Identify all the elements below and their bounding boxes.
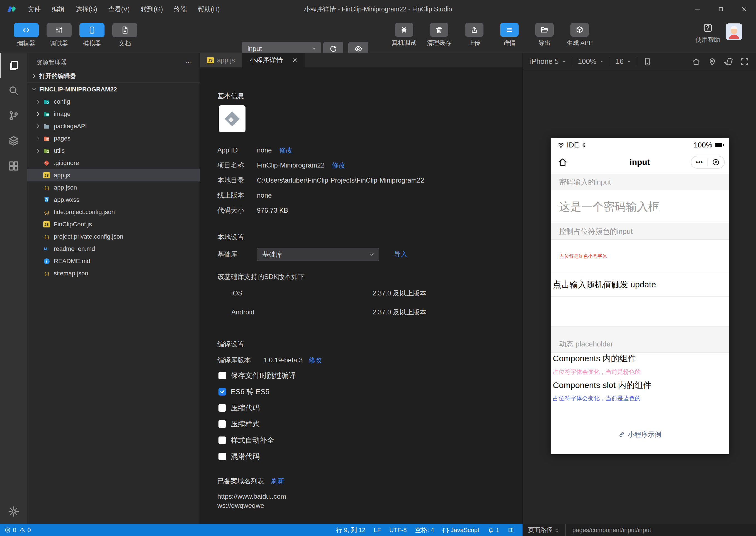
device-frame-icon[interactable] <box>643 57 652 66</box>
menu-item-4[interactable]: 转到(G) <box>141 5 163 14</box>
more-actions-icon[interactable]: ⋯ <box>185 58 193 67</box>
home-button[interactable] <box>692 57 701 66</box>
random-value-input[interactable] <box>551 297 729 327</box>
checkbox-icon[interactable] <box>218 452 226 460</box>
tree-item-utils[interactable]: utils <box>27 145 200 157</box>
device-select[interactable]: iPhone 5 <box>530 57 567 66</box>
modify-link[interactable]: 修改 <box>279 146 292 155</box>
tree-item-fide.project.config.json[interactable]: {..}fide.project.config.json <box>27 206 200 218</box>
checkbox-icon[interactable] <box>218 388 226 395</box>
mode-button-3[interactable]: 文档 <box>112 23 138 48</box>
menu-item-6[interactable]: 帮助(H) <box>198 5 220 14</box>
tree-item-pages[interactable]: pages <box>27 132 200 145</box>
blue-placeholder-input[interactable]: 占位符字体会变化，当前是蓝色的 <box>553 394 641 402</box>
cursor-position[interactable]: 行 9, 列 12 <box>336 526 365 534</box>
compile-option-2[interactable]: 压缩代码 <box>218 400 413 416</box>
baselib-select[interactable]: 基础库 <box>257 248 379 261</box>
open-editors-section[interactable]: 打开的编辑器 <box>27 70 200 83</box>
menu-item-5[interactable]: 终端 <box>174 5 187 14</box>
tree-item-app.wxss[interactable]: app.wxss <box>27 194 200 206</box>
action-button-5[interactable]: 生成 APP <box>566 23 593 47</box>
menu-item-1[interactable]: 编辑 <box>52 5 65 14</box>
tree-item-app.json[interactable]: {..}app.json <box>27 182 200 194</box>
tree-item-packageAPI[interactable]: packageAPI <box>27 120 200 132</box>
close-button[interactable] <box>733 0 756 18</box>
md-icon: M↓ <box>43 246 50 252</box>
checkbox-icon[interactable] <box>218 404 226 412</box>
compile-option-1[interactable]: ES6 转 ES5 <box>218 384 413 400</box>
compile-option-4[interactable]: 样式自动补全 <box>218 432 413 448</box>
action-buttons: 真机调试清理缓存上传详情导出生成 APP <box>391 23 593 47</box>
close-tab-icon[interactable] <box>292 57 298 63</box>
tree-item-app.js[interactable]: JSapp.js <box>27 169 200 182</box>
mode-button-0[interactable]: 编辑器 <box>13 23 40 48</box>
activity-branch-button[interactable] <box>0 103 27 128</box>
menu-item-2[interactable]: 选择(S) <box>76 5 97 14</box>
tree-item-image[interactable]: image <box>27 108 200 120</box>
compile-option-0[interactable]: 保存文件时跳过编译 <box>218 367 413 384</box>
mode-button-2[interactable]: 模拟器 <box>79 23 105 48</box>
mode-button-1[interactable]: 调试器 <box>46 23 73 48</box>
action-button-2[interactable]: 上传 <box>461 23 488 47</box>
menu-item-0[interactable]: 文件 <box>28 5 41 14</box>
action-button-1[interactable]: 清理缓存 <box>426 23 452 47</box>
tree-item-FinClipConf.js[interactable]: JSFinClipConf.js <box>27 218 200 230</box>
checkbox-icon[interactable] <box>218 437 226 444</box>
encoding-indicator[interactable]: UTF-8 <box>389 526 407 534</box>
chevron-down-icon <box>31 86 37 92</box>
settings-gear-button[interactable] <box>0 499 27 524</box>
tree-item-readme_en.md[interactable]: M↓readme_en.md <box>27 243 200 255</box>
action-button-0[interactable]: 真机调试 <box>391 23 417 47</box>
chevron-right-icon <box>35 148 41 153</box>
checkbox-icon[interactable] <box>218 372 226 379</box>
tree-item-project.private.config.json[interactable]: {..}project.private.config.json <box>27 230 200 243</box>
import-link[interactable]: 导入 <box>394 250 408 259</box>
avatar[interactable] <box>726 23 742 40</box>
compile-ver-modify-link[interactable]: 修改 <box>309 356 322 365</box>
local-settings-title: 本地设置 <box>217 233 244 242</box>
modify-link[interactable]: 修改 <box>332 161 345 170</box>
page-path-selector[interactable]: 页面路径 <box>522 526 560 534</box>
problems-warnings[interactable]: 0 <box>19 526 31 534</box>
action-button-4[interactable]: 导出 <box>531 23 558 47</box>
compile-option-3[interactable]: 压缩样式 <box>218 416 413 432</box>
battery-icon <box>714 143 724 148</box>
activity-search-button[interactable] <box>0 78 27 103</box>
eol-indicator[interactable]: LF <box>374 526 381 534</box>
rotate-device-button[interactable] <box>724 57 733 66</box>
checkbox-icon[interactable] <box>218 420 226 428</box>
miniprogram-example-link[interactable]: 小程序示例 <box>551 430 729 439</box>
minimize-button[interactable] <box>686 0 709 18</box>
help-button[interactable]: 使用帮助 <box>696 23 720 44</box>
project-root[interactable]: FINCLIP-MINIPROGRAM22 <box>27 83 200 96</box>
more-dots-icon[interactable]: ••• <box>696 159 703 165</box>
tab-1[interactable]: 小程序详情 <box>242 53 305 67</box>
zoom-select[interactable]: 100% <box>578 57 605 66</box>
compile-option-5[interactable]: 混淆代码 <box>218 448 413 464</box>
problems-errors[interactable]: 0 <box>5 526 16 534</box>
notifications[interactable]: 1 <box>488 526 499 534</box>
location-button[interactable] <box>708 57 717 66</box>
tree-item-config[interactable]: config <box>27 96 200 108</box>
tree-item-.gitignore[interactable]: .gitignore <box>27 157 200 169</box>
activity-extensions-button[interactable] <box>0 153 27 178</box>
menu-item-3[interactable]: 查看(V) <box>108 5 130 14</box>
activity-layers-button[interactable] <box>0 128 27 153</box>
scan-button[interactable] <box>740 57 749 66</box>
tree-item-README.md[interactable]: iREADME.md <box>27 255 200 267</box>
pink-placeholder-input[interactable]: 占位符字体会变化，当前是粉色的 <box>553 368 641 376</box>
tree-item-sitemap.json[interactable]: {..}sitemap.json <box>27 267 200 280</box>
layout-icon[interactable] <box>508 527 514 533</box>
indent-indicator[interactable]: 空格: 4 <box>415 526 434 534</box>
refresh-link[interactable]: 刷新 <box>271 477 284 486</box>
password-input[interactable]: 这是一个密码输入框 <box>551 190 729 223</box>
fontsize-select[interactable]: 16 <box>615 57 632 66</box>
eye-icon <box>354 45 363 53</box>
action-button-3[interactable]: 详情 <box>496 23 523 47</box>
tab-0[interactable]: JSapp.js <box>200 53 242 67</box>
red-placeholder-input[interactable]: 占位符是红色小号字体 <box>551 240 729 273</box>
close-circle-icon[interactable] <box>712 158 720 166</box>
maximize-button[interactable] <box>709 0 733 18</box>
language-indicator[interactable]: { } JavaScript <box>443 526 479 534</box>
activity-files-button[interactable] <box>0 53 27 78</box>
